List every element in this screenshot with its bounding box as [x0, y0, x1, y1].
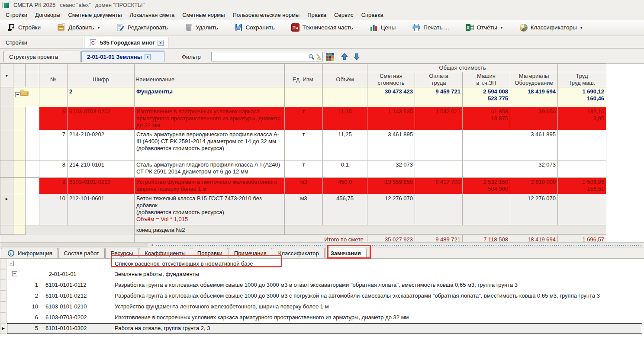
- close-icon[interactable]: x: [158, 40, 164, 46]
- toolbar-button-2[interactable]: Добавить▾: [54, 22, 103, 33]
- grid-header-spacer: [68, 64, 135, 72]
- dropdown-arrow-icon[interactable]: ▾: [98, 25, 100, 30]
- grid-header-spacer: [323, 64, 367, 72]
- toolbar-button-4[interactable]: Удалить: [181, 22, 222, 33]
- toolbar-button-7[interactable]: Цены: [366, 22, 399, 33]
- bottom-row-5[interactable]: ▶56101-0101-0302Работа на отвале, группа…: [0, 323, 644, 334]
- collapse-minus-icon[interactable]: −: [15, 92, 20, 97]
- grid-header-spacer: [13, 64, 26, 72]
- toolbar-button-8[interactable]: Печать ...: [409, 22, 452, 33]
- cell-machines: [463, 194, 510, 225]
- bottom-tab-1[interactable]: iИнформация: [1, 248, 58, 258]
- collapse-minus-icon[interactable]: −: [12, 271, 17, 276]
- cell-labor_pay: [415, 194, 463, 225]
- arrow-down-icon[interactable]: [352, 52, 361, 61]
- tab-estimate-section[interactable]: 2-01-01-01 Земляны x: [81, 51, 164, 62]
- bottom-group-header-row[interactable]: −Список расценок, отсуствующих в нормати…: [0, 259, 644, 269]
- grid-header-indent: [13, 72, 26, 87]
- column-header-total[interactable]: Сметная стоимость: [367, 72, 415, 87]
- toolbar-button-label: Добавить: [68, 24, 94, 31]
- column-header-machines[interactable]: Машин в т.ч.ЗП: [463, 72, 510, 87]
- bottom-row-2[interactable]: 26101-0101-0212Разработка грунта в котло…: [0, 291, 644, 302]
- toolbar-button-10[interactable]: Классификаторы▾: [516, 22, 586, 33]
- title-bar: СМЕТА РК 2025 сеанс "alex" домен "ПРОЕКТ…: [0, 0, 644, 10]
- cell-unit: т: [285, 160, 323, 178]
- doc-tab-label: Стройки: [6, 39, 27, 46]
- menu-item-4[interactable]: Локальная смета: [126, 10, 179, 19]
- grid-row-7[interactable]: 7214-210-0202Сталь арматурная периодичес…: [0, 130, 606, 160]
- toolbar-button-label: Стройки: [18, 24, 41, 31]
- close-icon[interactable]: x: [145, 54, 151, 60]
- column-header-num[interactable]: №: [39, 72, 68, 87]
- grid-row-6[interactable]: 66103-0703-0202Изготовление в построечны…: [0, 107, 606, 130]
- bottom-section-row[interactable]: −2-01-01-01Земляные работы, фундаменты: [0, 269, 644, 280]
- toolbar-button-3[interactable]: Редактировать: [113, 22, 171, 33]
- doc-tab-1[interactable]: Стройки: [1, 37, 83, 48]
- menu-item-9[interactable]: Справка: [357, 10, 387, 19]
- menu-item-5[interactable]: Сметные нормы: [178, 10, 229, 19]
- dropdown-arrow-icon[interactable]: ▾: [580, 25, 583, 30]
- bottom-tab-2[interactable]: Состав работ: [58, 248, 105, 258]
- cell-labor: 1 690,12 160,46: [558, 87, 606, 107]
- toolbar-button-9[interactable]: XОтчёты▾: [462, 22, 506, 33]
- grid-row-10[interactable]: ▸10212-101-0601Бетон тяжелый класса В15 …: [0, 194, 606, 225]
- column-header-volume[interactable]: Объём: [323, 72, 367, 87]
- toolbar-button-6[interactable]: ТчТехническая часть: [288, 22, 357, 33]
- edit-icon: [116, 23, 125, 32]
- column-header-labor-pay[interactable]: Оплата труда: [415, 72, 463, 87]
- grid-corner-gutter[interactable]: ▼: [0, 64, 13, 87]
- bottom-row-1[interactable]: 16101-0101-0112Разработка грунта в котло…: [0, 280, 644, 291]
- selected-row-highlight: [7, 323, 642, 334]
- arrow-up-icon[interactable]: [340, 52, 349, 61]
- bottom-panel-tabs: iИнформацияСостав работРесурсыКоэффициен…: [0, 247, 644, 259]
- end-spacer: [26, 225, 135, 235]
- doc-tab-2[interactable]: С535 Городская многx: [84, 37, 168, 48]
- clear-broom-icon[interactable]: [315, 52, 322, 61]
- delete-icon: [184, 23, 193, 32]
- grid-row-9[interactable]: 96103-0101-0210Устройство фундамента лен…: [0, 178, 606, 194]
- bottom-cell-num: 2: [17, 292, 38, 299]
- bottom-row-10[interactable]: 106103-0101-0210Устройство фундамента ле…: [0, 302, 644, 312]
- menu-item-6[interactable]: Пользовательские нормы: [229, 10, 304, 19]
- column-menu-icon[interactable]: ▼: [5, 74, 9, 78]
- cell-volume: 11,25: [323, 130, 367, 160]
- toolbar-button-5[interactable]: Сохранить: [231, 22, 278, 33]
- column-header-labor[interactable]: Труд Труд маш.: [558, 72, 606, 87]
- grid-row-8[interactable]: 8214-210-0101Сталь арматурная гладкого п…: [0, 160, 606, 178]
- menu-item-7[interactable]: Правка: [303, 10, 330, 19]
- save-icon: [234, 23, 243, 32]
- grid-group-row[interactable]: −2Фундаменты30 473 4239 459 7212 594 008…: [0, 87, 606, 107]
- menu-item-8[interactable]: Сервис: [330, 10, 357, 19]
- menu-item-1[interactable]: Стройки: [2, 10, 31, 19]
- collapse-minus-icon[interactable]: −: [9, 261, 14, 266]
- column-header-materials[interactable]: Материалы Оборудование: [510, 72, 558, 87]
- session-label: сеанс "alex": [60, 2, 90, 8]
- search-icon[interactable]: [308, 52, 315, 61]
- app-icon: [3, 2, 9, 8]
- column-header-code[interactable]: Шифр: [68, 72, 135, 87]
- toolbar-button-1[interactable]: Стройки: [3, 22, 44, 33]
- color-grid-icon[interactable]: [325, 52, 334, 61]
- cell-labor: [558, 130, 606, 160]
- row-gutter: [0, 107, 13, 130]
- horizontal-scrollbar[interactable]: ▲: [0, 242, 644, 247]
- scrollbar-thumb[interactable]: [1, 244, 148, 247]
- menu-item-2[interactable]: Договоры: [31, 10, 64, 19]
- menu-item-3[interactable]: Сметные документы: [64, 10, 126, 19]
- search-icon[interactable]: [308, 52, 315, 61]
- cell-name: Сталь арматурная периодического профиля …: [135, 130, 285, 160]
- row-indent-2: [26, 160, 39, 178]
- clear-broom-icon[interactable]: [315, 52, 322, 61]
- tab-project-structure[interactable]: Структура проекта: [3, 51, 80, 62]
- column-header-unit[interactable]: Ед. Изм.: [285, 72, 323, 87]
- arrow-up-icon[interactable]: [340, 52, 349, 61]
- row-indent-2: [26, 178, 39, 194]
- color-grid-icon[interactable]: [325, 52, 334, 61]
- dropdown-arrow-icon[interactable]: ▾: [501, 25, 503, 30]
- toolbar-button-label: Цены: [381, 24, 396, 31]
- cell-labor[interactable]: [558, 194, 606, 225]
- bottom-row-6[interactable]: 66103-0703-0202Изготовление в построечны…: [0, 312, 644, 323]
- filter-input[interactable]: [212, 53, 308, 61]
- arrow-down-icon[interactable]: [352, 52, 361, 61]
- column-header-name[interactable]: Наименование: [135, 72, 285, 87]
